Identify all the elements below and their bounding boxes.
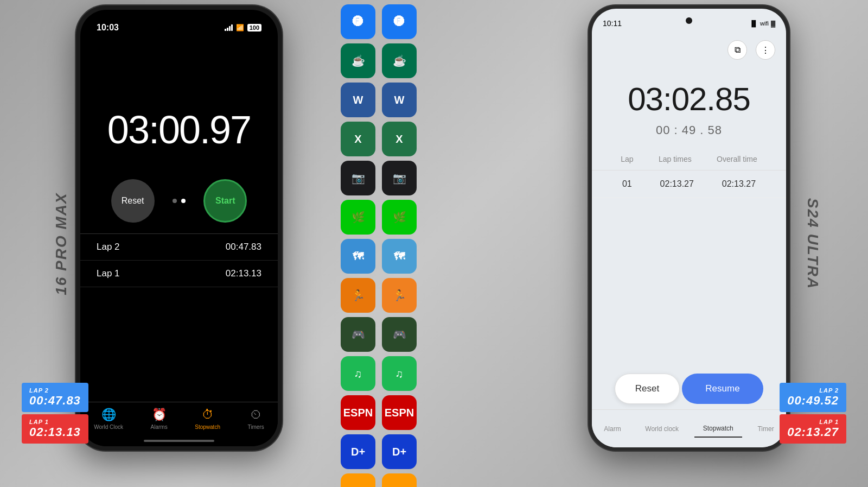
samsung-col-overall: Overall time <box>717 155 757 163</box>
samsung-tab-timer[interactable]: Timer <box>749 421 782 437</box>
list-item[interactable]: D+ <box>382 434 417 469</box>
list-item[interactable]: 🌿 <box>341 200 375 235</box>
iphone-screen: 10:03 📶 100 03:00.97 Reset <box>80 10 278 446</box>
dot-2 <box>181 199 186 203</box>
iphone-laps-list: Lap 2 00:47.83 Lap 1 02:13.13 <box>80 233 278 287</box>
iphone-controls: Reset Start <box>80 179 278 223</box>
list-item[interactable]: 📷 <box>382 161 417 195</box>
right-lap1-score: LAP 1 02:13.27 <box>780 414 846 444</box>
right-device-label: S24 ULTRA <box>804 198 821 289</box>
list-item[interactable]: W <box>382 83 417 117</box>
left-lap2-label: LAP 2 <box>29 387 81 394</box>
iphone-status-icons: 📶 100 <box>225 24 261 31</box>
timer-icon: ⏲ <box>250 408 262 422</box>
list-item[interactable]: D+ <box>341 434 375 469</box>
iphone-stopwatch-display: 03:00.97 <box>80 107 278 152</box>
samsung-content: ⧉ ⋮ 03:02.85 00 : 49 . 58 Lap Lap times … <box>592 36 786 409</box>
signal-bars-icon <box>225 24 233 31</box>
tab-stopwatch-label: Stopwatch <box>195 424 220 430</box>
iphone-lap-row-2: Lap 2 00:47.83 <box>80 234 278 261</box>
dot-1 <box>173 199 177 203</box>
iphone-page-dots <box>173 199 186 203</box>
list-item[interactable]: 🎮 <box>382 317 417 352</box>
right-lap1-value: 02:13.27 <box>787 425 839 439</box>
left-lap2-value: 00:47.83 <box>29 394 81 408</box>
right-lap2-label: LAP 2 <box>787 387 839 394</box>
iphone-lap-row-1: Lap 1 02:13.13 <box>80 261 278 287</box>
list-item[interactable]: ESPN <box>341 395 375 430</box>
samsung-resume-button[interactable]: Resume <box>682 374 763 404</box>
right-lap1-label: LAP 1 <box>787 419 839 425</box>
samsung-tab-bar: Alarm World clock Stopwatch Timer <box>592 409 786 447</box>
more-icon[interactable]: ⋮ <box>756 40 775 60</box>
list-item[interactable]: ♫ <box>341 356 375 391</box>
list-item[interactable]: ESPN <box>382 395 417 430</box>
samsung-lap-time-val: 02:13.27 <box>660 179 694 189</box>
tab-timers-label: Timers <box>248 424 264 430</box>
tab-world-clock[interactable]: 🌐 World Clock <box>94 408 123 430</box>
tab-stopwatch[interactable]: ⏱ Stopwatch <box>195 408 220 430</box>
samsung-battery-icon: ▓ <box>771 20 775 27</box>
app-grid-container: 🅕🅕☕☕WWXX📷📷🌿🌿🗺🗺🏃🏃🎮🎮♫♫ESPNESPND+D+aa <box>336 0 423 487</box>
battery-icon: 100 <box>247 24 261 31</box>
list-item[interactable]: W <box>341 83 375 117</box>
tab-world-clock-label: World Clock <box>94 424 123 430</box>
list-item[interactable]: ☕ <box>382 43 417 78</box>
list-item[interactable]: 🗺 <box>341 239 375 274</box>
samsung-tab-world-clock-label: World clock <box>645 425 679 433</box>
samsung-status-time: 10:11 <box>603 19 622 28</box>
list-item[interactable]: 🅕 <box>341 4 375 39</box>
left-lap1-score: LAP 1 02:13.13 <box>22 414 88 444</box>
iphone-status-time: 10:03 <box>97 23 119 33</box>
list-item[interactable]: a <box>382 473 417 487</box>
app-grid: 🅕🅕☕☕WWXX📷📷🌿🌿🗺🗺🏃🏃🎮🎮♫♫ESPNESPND+D+aa <box>336 0 423 487</box>
right-lap2-score: LAP 2 00:49.52 <box>780 383 846 412</box>
world-clock-icon: 🌐 <box>101 408 116 422</box>
list-item[interactable]: ☕ <box>341 43 375 78</box>
home-indicator <box>144 440 214 442</box>
samsung-frame: 10:11 ▐▌ wifi ▓ ⧉ ⋮ 03:02.85 00 : 49 . 5… <box>589 5 789 451</box>
left-score-overlay: LAP 2 00:47.83 LAP 1 02:13.13 <box>22 383 88 444</box>
samsung-tab-stopwatch[interactable]: Stopwatch <box>694 420 742 438</box>
samsung-tab-alarm[interactable]: Alarm <box>595 421 629 437</box>
samsung-overall-time-val: 02:13.27 <box>722 179 756 189</box>
left-lap1-value: 02:13.13 <box>29 425 81 439</box>
samsung-col-lap-times: Lap times <box>659 155 692 163</box>
list-item[interactable]: X <box>341 122 375 156</box>
left-lap2-score: LAP 2 00:47.83 <box>22 383 88 412</box>
iphone-lap1-time: 02:13.13 <box>226 268 261 279</box>
samsung-screen: 10:11 ▐▌ wifi ▓ ⧉ ⋮ 03:02.85 00 : 49 . 5… <box>592 9 786 447</box>
copy-icon[interactable]: ⧉ <box>727 40 747 60</box>
samsung-wifi-icon: wifi <box>760 20 769 27</box>
samsung-status-icons: ▐▌ wifi ▓ <box>749 20 775 27</box>
list-item[interactable]: 📷 <box>341 161 375 195</box>
iphone-start-button[interactable]: Start <box>203 179 247 223</box>
list-item[interactable]: ♫ <box>382 356 417 391</box>
tab-alarms[interactable]: ⏰ Alarms <box>151 408 168 430</box>
list-item[interactable]: 🎮 <box>341 317 375 352</box>
list-item[interactable]: a <box>341 473 375 487</box>
list-item[interactable]: 🏃 <box>382 278 417 313</box>
samsung-tab-alarm-label: Alarm <box>604 425 621 433</box>
iphone-content: 03:00.97 Reset Start Lap 2 00:47.83 <box>80 42 278 446</box>
samsung-tab-world-clock[interactable]: World clock <box>636 421 687 437</box>
iphone-reset-button[interactable]: Reset <box>111 179 155 223</box>
left-lap1-label: LAP 1 <box>29 419 81 425</box>
list-item[interactable]: 🌿 <box>382 200 417 235</box>
list-item[interactable]: 🅕 <box>382 4 417 39</box>
samsung-controls: Reset Resume <box>592 374 786 404</box>
iphone-lap1-label: Lap 1 <box>97 268 120 279</box>
samsung-tab-timer-label: Timer <box>757 425 774 433</box>
list-item[interactable]: X <box>382 122 417 156</box>
tab-timers[interactable]: ⏲ Timers <box>248 408 264 430</box>
samsung-lap-num: 01 <box>622 179 632 189</box>
samsung-device: 10:11 ▐▌ wifi ▓ ⧉ ⋮ 03:02.85 00 : 49 . 5… <box>580 5 797 478</box>
samsung-reset-button[interactable]: Reset <box>615 374 680 404</box>
left-device-label: 16 PRO MAX <box>53 192 70 295</box>
list-item[interactable]: 🗺 <box>382 239 417 274</box>
alarms-icon: ⏰ <box>152 408 167 422</box>
samsung-stopwatch-display: 03:02.85 <box>592 80 786 118</box>
iphone-tab-bar: 🌐 World Clock ⏰ Alarms ⏱ Stopwatch ⏲ Tim… <box>80 402 278 435</box>
right-lap2-value: 00:49.52 <box>787 394 839 408</box>
list-item[interactable]: 🏃 <box>341 278 375 313</box>
